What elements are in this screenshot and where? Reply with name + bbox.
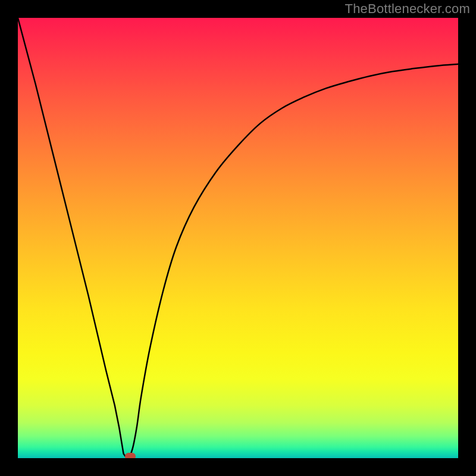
curve-layer <box>18 18 458 458</box>
bottleneck-curve <box>18 18 458 458</box>
attribution-label: TheBottlenecker.com <box>345 1 470 17</box>
plot-area <box>18 18 458 458</box>
notch-marker <box>125 453 136 458</box>
chart-frame: TheBottlenecker.com <box>0 0 476 476</box>
